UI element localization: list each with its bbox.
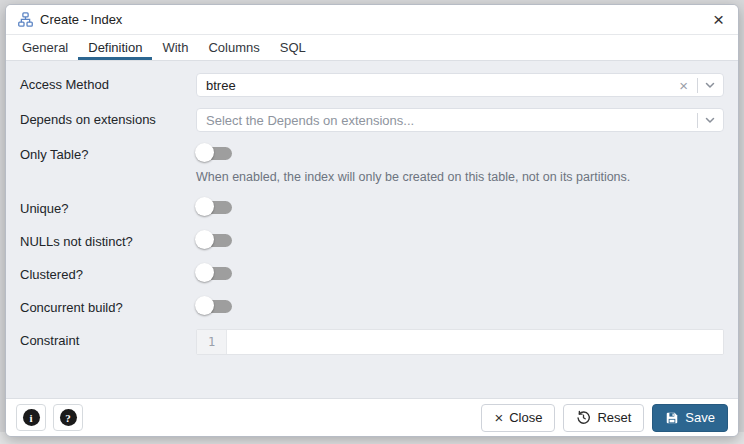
nulls-not-distinct-row: NULLs not distinct?	[20, 230, 724, 252]
tab-general[interactable]: General	[12, 35, 78, 60]
constraint-label: Constraint	[20, 329, 196, 355]
help-icon: ?	[60, 409, 77, 426]
help-button[interactable]: ?	[53, 404, 83, 431]
tab-columns[interactable]: Columns	[198, 35, 269, 60]
combo-divider	[697, 113, 698, 128]
save-icon	[665, 411, 679, 425]
clustered-toggle[interactable]	[196, 266, 232, 281]
tab-with[interactable]: With	[152, 35, 198, 60]
reset-button-label: Reset	[597, 410, 631, 425]
dialog-title: Create - Index	[40, 12, 709, 27]
tab-definition[interactable]: Definition	[78, 35, 152, 60]
constraint-code-editor[interactable]: 1	[196, 329, 724, 355]
clustered-row: Clustered?	[20, 263, 724, 285]
unique-row: Unique?	[20, 197, 724, 219]
reset-icon	[576, 410, 591, 425]
close-icon: ×	[494, 410, 503, 425]
constraint-row: Constraint 1	[20, 329, 724, 355]
toggle-knob	[195, 197, 214, 216]
nulls-not-distinct-toggle[interactable]	[196, 233, 232, 248]
concurrent-build-row: Concurrent build?	[20, 296, 724, 318]
depends-placeholder: Select the Depends on extensions...	[206, 113, 692, 128]
access-method-value: btree	[206, 78, 675, 93]
toggle-knob	[195, 230, 214, 249]
nulls-not-distinct-label: NULLs not distinct?	[20, 230, 196, 252]
tab-sql[interactable]: SQL	[270, 35, 316, 60]
save-button[interactable]: Save	[652, 404, 728, 432]
reset-button[interactable]: Reset	[563, 404, 644, 432]
line-number-gutter: 1	[197, 330, 227, 354]
concurrent-build-label: Concurrent build?	[20, 296, 196, 318]
close-button-label: Close	[509, 410, 542, 425]
save-button-label: Save	[685, 410, 715, 425]
sql-info-button[interactable]: i	[16, 404, 46, 431]
chevron-down-icon[interactable]	[703, 78, 717, 92]
create-index-dialog: Create - Index × General Definition With…	[5, 4, 739, 437]
only-table-row: Only Table? When enabled, the index will…	[20, 143, 724, 184]
depends-label: Depends on extensions	[20, 108, 196, 132]
depends-row: Depends on extensions Select the Depends…	[20, 108, 724, 132]
only-table-helper-text: When enabled, the index will only be cre…	[196, 170, 724, 184]
toggle-knob	[195, 296, 214, 315]
only-table-label: Only Table?	[20, 143, 196, 184]
concurrent-build-toggle[interactable]	[196, 299, 232, 314]
constraint-code-area[interactable]	[227, 330, 723, 354]
close-button[interactable]: × Close	[481, 404, 555, 432]
unique-label: Unique?	[20, 197, 196, 219]
info-icon: i	[23, 409, 40, 426]
dialog-close-icon[interactable]: ×	[709, 10, 728, 29]
combo-divider	[697, 78, 698, 93]
definition-panel: Access Method btree × Depends on extensi…	[6, 61, 738, 398]
dialog-footer: i ? × Close Reset	[6, 398, 738, 436]
toggle-knob	[195, 263, 214, 282]
access-method-row: Access Method btree ×	[20, 73, 724, 97]
access-method-label: Access Method	[20, 73, 196, 97]
tab-bar: General Definition With Columns SQL	[6, 35, 738, 61]
clustered-label: Clustered?	[20, 263, 196, 285]
depends-select[interactable]: Select the Depends on extensions...	[196, 108, 724, 132]
chevron-down-icon[interactable]	[703, 113, 717, 127]
dialog-header: Create - Index ×	[6, 5, 738, 35]
only-table-toggle[interactable]	[196, 146, 232, 161]
unique-toggle[interactable]	[196, 200, 232, 215]
toggle-knob	[195, 143, 214, 162]
clear-icon[interactable]: ×	[675, 78, 692, 93]
access-method-select[interactable]: btree ×	[196, 73, 724, 97]
index-icon	[18, 12, 33, 27]
